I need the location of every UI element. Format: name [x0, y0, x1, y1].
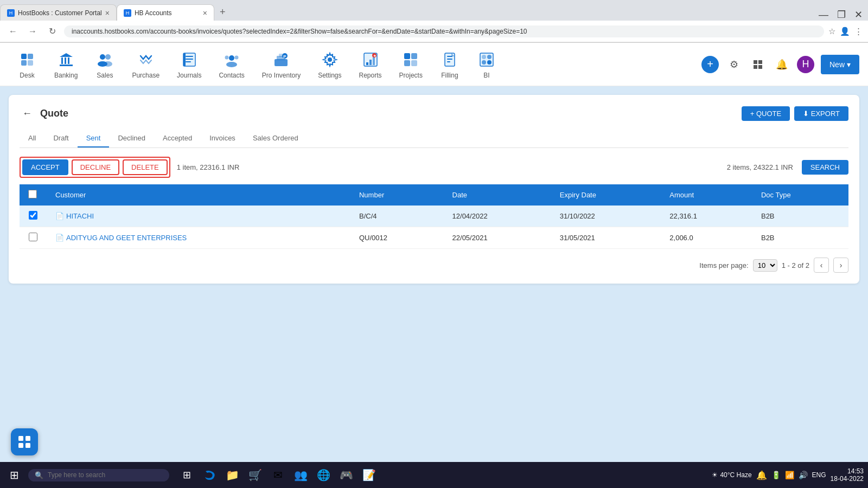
search-button[interactable]: SEARCH	[802, 160, 848, 175]
col-amount: Amount	[661, 184, 752, 206]
svg-rect-2	[21, 60, 27, 66]
tab-sent[interactable]: Sent	[78, 130, 110, 147]
prev-page-button[interactable]: ‹	[814, 258, 829, 273]
selection-info: 1 item, 22316.1 INR	[177, 163, 240, 171]
page-range: 1 - 2 of 2	[782, 261, 809, 269]
tab-2-close[interactable]: ×	[203, 9, 207, 17]
svg-rect-34	[404, 53, 410, 59]
gear-icon-btn[interactable]: ⚙	[725, 56, 743, 73]
taskbar-game[interactable]: 🎮	[335, 464, 357, 486]
table-row: 📄 ADITYUG AND GEET ENTERPRISES QU/0012 2…	[20, 227, 848, 249]
minimize-icon[interactable]: —	[819, 9, 828, 21]
svg-point-27	[328, 57, 332, 62]
grid-icon-btn[interactable]	[749, 56, 767, 73]
tab-declined[interactable]: Declined	[109, 130, 154, 147]
start-button[interactable]: ⊞	[4, 465, 24, 485]
nav-item-desk[interactable]: Desk	[9, 46, 46, 84]
url-input[interactable]	[64, 25, 824, 37]
back-button[interactable]: ←	[20, 106, 35, 121]
banking-icon	[56, 50, 76, 69]
taskbar-store[interactable]: 🛒	[244, 464, 266, 486]
nav-item-reports[interactable]: ★ Reports	[350, 46, 391, 84]
taskbar-word[interactable]: 📝	[358, 464, 380, 486]
nav-item-projects[interactable]: Projects	[391, 46, 431, 84]
row-checkbox[interactable]	[29, 211, 37, 220]
next-page-button[interactable]: ›	[833, 258, 848, 273]
row-expiry-date: 31/10/2022	[551, 206, 661, 227]
svg-rect-0	[21, 54, 27, 59]
items-per-page-label: Items per page:	[699, 261, 748, 269]
sales-icon	[95, 50, 114, 69]
projects-icon	[401, 50, 420, 69]
more-options-icon[interactable]: ⋮	[854, 27, 863, 36]
export-button[interactable]: ⬇ EXPORT	[794, 106, 848, 121]
header-actions: + ⚙ 🔔 H New ▾	[701, 55, 859, 74]
row-customer: 📄 HITACHI	[47, 206, 350, 227]
accept-button[interactable]: ACCEPT	[22, 159, 68, 175]
nav-item-settings[interactable]: Settings	[309, 46, 350, 84]
row-checkbox[interactable]	[29, 233, 37, 241]
nav-item-bi[interactable]: BI	[468, 46, 505, 84]
svg-rect-17	[183, 53, 186, 66]
nav-item-sales[interactable]: Sales	[86, 46, 123, 84]
notification-icon-btn[interactable]: 🔔	[773, 56, 790, 73]
nav-item-journals[interactable]: Journals	[168, 46, 210, 84]
bookmark-icon[interactable]: ☆	[828, 27, 835, 36]
col-checkbox	[20, 184, 47, 206]
tab-1[interactable]: H HostBooks : Customer Portal ×	[0, 4, 117, 21]
row-amount: 2,006.0	[661, 227, 752, 249]
svg-rect-1	[28, 54, 33, 59]
reload-button[interactable]: ↻	[44, 24, 60, 39]
tab-draft[interactable]: Draft	[44, 130, 77, 147]
tab-2[interactable]: H HB Accounts ×	[117, 4, 214, 21]
weather-info: ☀ 40°C Haze	[712, 471, 751, 479]
back-nav-button[interactable]: ←	[5, 24, 21, 39]
taskbar-notifications[interactable]: 🔔	[756, 470, 767, 480]
taskbar-search[interactable]: 🔍	[28, 469, 169, 481]
tab-all[interactable]: All	[20, 130, 44, 147]
new-button[interactable]: New ▾	[821, 55, 859, 74]
taskbar-search-input[interactable]	[48, 471, 163, 479]
floating-grid-button[interactable]	[11, 428, 38, 455]
maximize-icon[interactable]: ❐	[837, 9, 846, 21]
row-checkbox-cell	[20, 206, 47, 227]
taskbar-edge-icon[interactable]	[199, 464, 220, 486]
page-size-select[interactable]: 10 20 50	[753, 259, 777, 272]
svg-point-9	[100, 54, 105, 60]
add-button[interactable]: +	[701, 56, 719, 73]
nav-item-contacts[interactable]: Contacts	[210, 46, 253, 84]
bi-icon	[477, 50, 496, 69]
customer-link[interactable]: 📄 ADITYUG AND GEET ENTERPRISES	[55, 234, 342, 242]
decline-button[interactable]: DECLINE	[72, 159, 119, 175]
taskbar-task-view[interactable]: ⊞	[176, 464, 197, 486]
svg-point-46	[487, 60, 492, 65]
tab-sales-ordered[interactable]: Sales Ordered	[244, 130, 307, 147]
close-browser-icon[interactable]: ✕	[854, 9, 863, 21]
profile-circle-btn[interactable]: H	[797, 56, 814, 73]
col-expiry-date: Expiry Date	[551, 184, 661, 206]
profile-icon[interactable]: 👤	[840, 27, 850, 36]
customer-link[interactable]: 📄 HITACHI	[55, 212, 342, 220]
quote-button[interactable]: + QUOTE	[742, 106, 790, 121]
nav-item-banking[interactable]: Banking	[46, 46, 86, 84]
select-all-checkbox[interactable]	[28, 190, 37, 198]
taskbar-teams[interactable]: 👥	[290, 464, 311, 486]
taskbar-network: 📶	[785, 471, 794, 479]
taskbar-chrome[interactable]: 🌐	[312, 464, 334, 486]
row-checkbox-cell	[20, 227, 47, 249]
taskbar-mail[interactable]: ✉	[267, 464, 289, 486]
row-number: B/C/4	[350, 206, 444, 227]
taskbar-file-explorer[interactable]: 📁	[221, 464, 243, 486]
new-label: New	[829, 60, 845, 69]
new-tab-button[interactable]: +	[214, 7, 231, 18]
svg-point-18	[229, 55, 234, 61]
nav-item-pro-inventory[interactable]: P Pro Inventory	[253, 46, 309, 84]
tab-accepted[interactable]: Accepted	[154, 130, 201, 147]
svg-rect-16	[186, 61, 191, 62]
forward-nav-button[interactable]: →	[25, 24, 40, 39]
tab-invoices[interactable]: Invoices	[201, 130, 244, 147]
nav-item-filling[interactable]: Filling	[431, 46, 468, 84]
nav-item-purchase[interactable]: Purchase	[123, 46, 168, 84]
tab-1-close[interactable]: ×	[105, 9, 110, 17]
delete-button[interactable]: DELETE	[123, 159, 168, 175]
